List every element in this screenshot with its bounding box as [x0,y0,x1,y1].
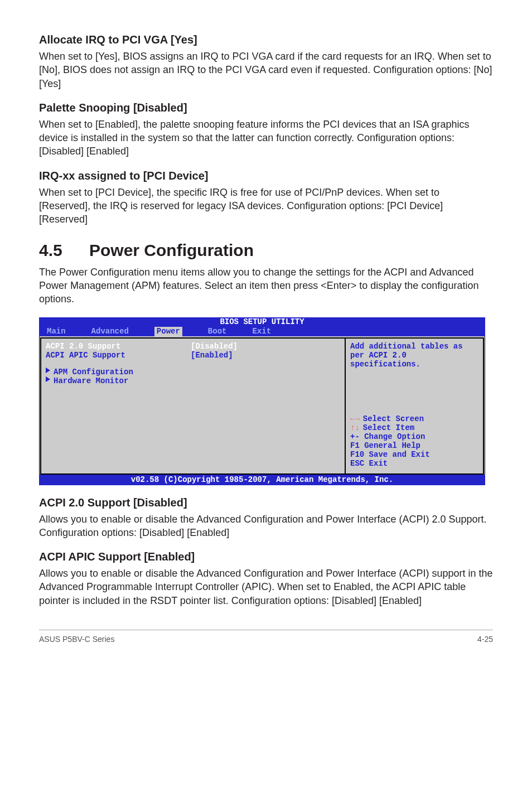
heading-acpi-apic: ACPI APIC Support [Enabled] [39,550,493,563]
bios-tab-exit[interactable]: Exit [252,327,271,336]
footer-right: 4-25 [477,635,493,644]
key-select-item: Select Item [350,423,478,432]
bios-screenshot: BIOS SETUP UTILITY Main Advanced Power B… [39,317,485,485]
bios-help-text: Add additional tables as per ACPI 2.0 sp… [350,342,478,369]
chapter-heading: 4.5Power Configuration [39,241,493,260]
bios-tab-power[interactable]: Power [154,327,182,336]
bios-item-value: [Disabled] [191,342,238,351]
key-change-option: +- Change Option [350,432,478,441]
bios-item-hw-monitor[interactable]: Hardware Monitor [46,376,340,385]
bios-tab-main[interactable]: Main [47,327,66,336]
key-general-help: F1 General Help [350,441,478,450]
submenu-icon [46,376,50,382]
bios-header: BIOS SETUP UTILITY Main Advanced Power B… [39,317,485,336]
heading-palette-snooping: Palette Snooping [Disabled] [39,102,493,114]
page-footer: ASUS P5BV-C Series 4-25 [39,630,493,644]
bios-tabs: Main Advanced Power Boot Exit [39,327,485,336]
body-acpi20: Allows you to enable or disable the Adva… [39,513,493,540]
body-palette-snooping: When set to [Enabled], the palette snoop… [39,118,493,158]
heading-irq-assigned: IRQ-xx assigned to [PCI Device] [39,170,493,182]
bios-item-acpi20[interactable]: ACPI 2.0 Support [Disabled] [46,342,340,351]
bios-item-label: APM Configuration [54,368,133,376]
key-esc-exit: ESC Exit [350,459,478,468]
bios-left-pane: ACPI 2.0 Support [Disabled] ACPI APIC Su… [40,337,345,475]
spacer [46,360,340,368]
heading-allocate-irq: Allocate IRQ to PCI VGA [Yes] [39,33,493,46]
submenu-icon [46,368,50,373]
key-select-screen: Select Screen [350,414,478,423]
bios-tab-advanced[interactable]: Advanced [91,327,129,336]
bios-item-value: [Enabled] [191,351,233,360]
bios-title: BIOS SETUP UTILITY [39,317,485,327]
body-acpi-apic: Allows you to enable or disable the Adva… [39,567,493,607]
body-irq-assigned: When set to [PCI Device], the specific I… [39,186,493,226]
bios-right-pane: Add additional tables as per ACPI 2.0 sp… [345,337,484,475]
bios-keys: Select Screen Select Item +- Change Opti… [350,414,478,468]
bios-item-label: Hardware Monitor [54,376,128,385]
chapter-intro: The Power Configuration menu items allow… [39,265,493,306]
bios-item-apm[interactable]: APM Configuration [46,368,340,376]
bios-tab-boot[interactable]: Boot [208,327,227,336]
key-save-exit: F10 Save and Exit [350,450,478,459]
chapter-title: Power Configuration [89,241,254,259]
bios-item-label: ACPI APIC Support [46,351,191,360]
footer-left: ASUS P5BV-C Series [39,635,114,644]
bios-item-apic[interactable]: ACPI APIC Support [Enabled] [46,351,340,360]
bios-item-label: ACPI 2.0 Support [46,342,191,351]
heading-acpi20: ACPI 2.0 Support [Disabled] [39,496,493,509]
bios-footer: v02.58 (C)Copyright 1985-2007, American … [39,475,485,485]
body-allocate-irq: When set to [Yes], BIOS assigns an IRQ t… [39,50,493,90]
chapter-number: 4.5 [39,241,89,260]
